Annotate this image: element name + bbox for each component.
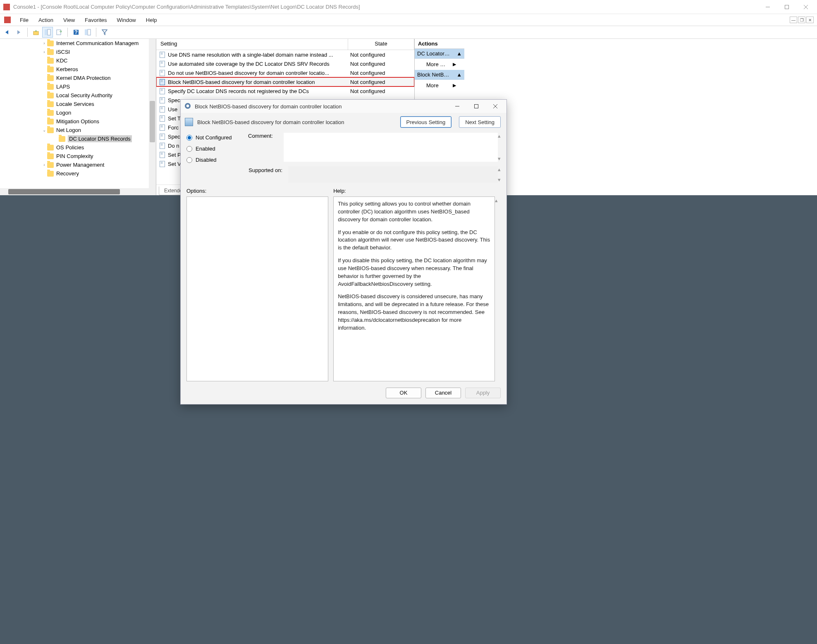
actions-more-2[interactable]: More▶ <box>415 80 464 91</box>
menu-help[interactable]: Help <box>141 16 162 24</box>
chevron-down-icon[interactable]: ⌄ <box>41 128 47 132</box>
setting-icon <box>159 124 165 131</box>
help-scroll[interactable]: ▴ <box>495 196 501 381</box>
dialog-maximize-button[interactable] <box>467 101 486 112</box>
back-button[interactable] <box>2 27 12 37</box>
chevron-right-icon[interactable]: › <box>41 50 47 54</box>
actions-group-label: DC Locator… <box>417 50 450 57</box>
setting-state: Not configured <box>350 70 414 76</box>
tree-item[interactable]: Kerberos <box>0 65 156 74</box>
tree-item[interactable]: ›iSCSI <box>0 48 156 56</box>
actions-group-dclocator[interactable]: DC Locator…▲ <box>415 49 464 59</box>
dialog-minimize-button[interactable] <box>448 101 467 112</box>
column-setting[interactable]: Setting <box>156 39 348 50</box>
setting-name: Do not use NetBIOS-based discovery for d… <box>168 70 350 76</box>
dialog-close-button[interactable] <box>486 101 505 112</box>
forward-button[interactable] <box>14 27 24 37</box>
tree-item[interactable]: Local Security Authority <box>0 91 156 100</box>
tree-item[interactable]: Locale Services <box>0 100 156 108</box>
tree-vertical-scrollbar[interactable] <box>149 39 156 195</box>
setting-state: Not configured <box>350 52 414 58</box>
radio-not-configured[interactable]: Not Configured <box>186 134 242 141</box>
setting-icon <box>159 60 165 67</box>
tree-item[interactable]: ⌄Net Logon <box>0 126 156 134</box>
setting-icon <box>159 79 165 85</box>
tree-item[interactable]: LAPS <box>0 82 156 91</box>
radio-enabled-input[interactable] <box>186 146 192 152</box>
menu-view[interactable]: View <box>58 16 80 24</box>
radio-not-configured-input[interactable] <box>186 135 192 141</box>
menu-window[interactable]: Window <box>112 16 141 24</box>
policy-setting-dialog: Block NetBIOS-based discovery for domain… <box>180 99 507 405</box>
chevron-right-icon[interactable]: › <box>41 163 47 167</box>
actions-header: Actions <box>415 39 464 49</box>
close-button[interactable] <box>796 0 815 14</box>
mdi-minimize-icon[interactable]: — <box>790 17 797 23</box>
tree-item[interactable]: Recovery <box>0 169 156 178</box>
export-icon[interactable] <box>54 27 64 37</box>
chevron-right-icon[interactable]: › <box>41 41 47 45</box>
cancel-button[interactable]: Cancel <box>425 388 461 398</box>
comment-label: Comment: <box>248 133 278 152</box>
minimize-button[interactable] <box>758 0 777 14</box>
tree-item-label: LAPS <box>56 84 70 90</box>
radio-disabled-input[interactable] <box>186 157 192 163</box>
list-row[interactable]: Block NetBIOS-based discovery for domain… <box>156 77 414 86</box>
policy-icon <box>185 103 191 110</box>
list-row[interactable]: Use automated site coverage by the DC Lo… <box>156 59 414 68</box>
radio-enabled[interactable]: Enabled <box>186 146 242 152</box>
tree-item[interactable]: Mitigation Options <box>0 117 156 126</box>
properties-icon[interactable] <box>83 27 93 37</box>
tree-item[interactable]: Logon <box>0 108 156 117</box>
filter-icon[interactable] <box>100 27 110 37</box>
options-box <box>186 196 328 381</box>
policy-page-icon <box>185 118 193 126</box>
tree-item[interactable]: DC Locator DNS Records <box>0 134 156 143</box>
tree-item[interactable]: ›Internet Communication Managem <box>0 39 156 48</box>
next-setting-button[interactable]: Next Setting <box>459 116 501 128</box>
setting-state: Not configured <box>350 61 414 67</box>
help-icon[interactable]: ? <box>71 27 81 37</box>
show-hide-tree-icon[interactable] <box>43 27 53 37</box>
comment-scroll[interactable]: ▴▾ <box>498 133 501 162</box>
menu-file[interactable]: File <box>15 16 33 24</box>
toolbar: ? <box>0 26 817 39</box>
maximize-button[interactable] <box>777 0 796 14</box>
list-row[interactable]: Use DNS name resolution with a single-la… <box>156 50 414 59</box>
ok-button[interactable]: OK <box>386 388 421 398</box>
tree-item-label: iSCSI <box>56 49 70 55</box>
tree-item[interactable]: PIN Complexity <box>0 152 156 160</box>
comment-textarea[interactable] <box>284 133 498 162</box>
mdi-restore-icon[interactable]: ❐ <box>798 17 805 23</box>
actions-group-blocknetb[interactable]: Block NetB…▲ <box>415 70 464 80</box>
window-title: Console1 - [Console Root\Local Computer … <box>13 4 758 10</box>
up-icon[interactable] <box>31 27 41 37</box>
help-text-box: This policy setting allows you to contro… <box>333 196 495 381</box>
tree-item[interactable]: Kernel DMA Protection <box>0 74 156 82</box>
svg-rect-1 <box>785 5 789 9</box>
svg-rect-7 <box>57 30 61 35</box>
menu-favorites[interactable]: Favorites <box>80 16 112 24</box>
setting-state: Not configured <box>350 79 414 85</box>
tree-item[interactable]: KDC <box>0 56 156 65</box>
list-row[interactable]: Specify DC Locator DNS records not regis… <box>156 86 414 96</box>
radio-disabled[interactable]: Disabled <box>186 157 242 163</box>
tree-pane: ›Internet Communication Managem›iSCSIKDC… <box>0 39 156 195</box>
options-label: Options: <box>186 188 328 194</box>
apply-button[interactable]: Apply <box>465 388 501 398</box>
svg-rect-4 <box>33 31 38 35</box>
supported-on-field <box>288 166 498 183</box>
column-state[interactable]: State <box>348 39 414 50</box>
radio-label: Enabled <box>196 146 215 152</box>
folder-icon <box>47 49 54 55</box>
mdi-close-icon[interactable]: ✕ <box>806 17 814 23</box>
menu-action[interactable]: Action <box>33 16 58 24</box>
tree-item[interactable]: OS Policies <box>0 143 156 152</box>
tree-horizontal-scrollbar[interactable] <box>0 188 149 195</box>
previous-setting-button[interactable]: Previous Setting <box>400 116 452 128</box>
tree-item[interactable]: ›Power Management <box>0 160 156 169</box>
supported-scroll[interactable]: ▴▾ <box>498 166 501 183</box>
window-titlebar: Console1 - [Console Root\Local Computer … <box>0 0 817 14</box>
list-row[interactable]: Do not use NetBIOS-based discovery for d… <box>156 68 414 77</box>
actions-more-1[interactable]: More …▶ <box>415 59 464 70</box>
